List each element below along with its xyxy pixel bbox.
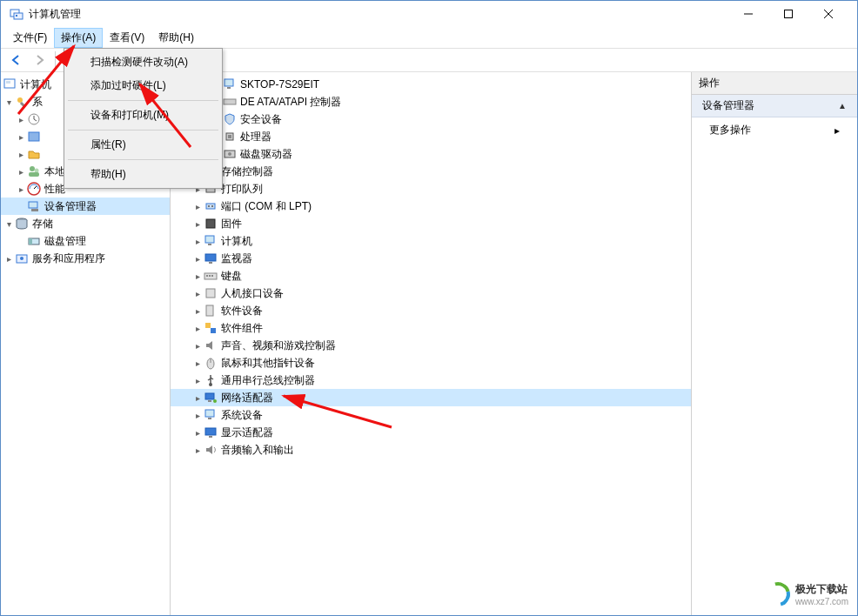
expander-icon[interactable]: ▸	[191, 218, 204, 230]
device-display[interactable]: ▸显示适配器	[171, 424, 691, 441]
tree-item-services[interactable]: ▸ 服务和应用程序	[1, 250, 170, 267]
expander-icon[interactable]: ▸	[191, 426, 204, 439]
expander-icon[interactable]: ▸	[191, 235, 204, 247]
expander-icon[interactable]: ▸	[191, 200, 204, 212]
tree-label: DE ATA/ATAPI 控制器	[240, 95, 341, 110]
close-button[interactable]	[808, 1, 848, 27]
device-ide[interactable]: DE ATA/ATAPI 控制器	[171, 93, 691, 110]
tree-label: 磁盘驱动器	[240, 147, 292, 162]
expander-icon[interactable]: ▸	[191, 252, 204, 264]
tree-label: 设备管理器	[44, 199, 97, 214]
tree-label: 端口 (COM 和 LPT)	[221, 199, 312, 214]
dd-add-legacy[interactable]: 添加过时硬件(L)	[66, 74, 220, 97]
expander-icon[interactable]: ▸	[191, 339, 204, 352]
tree-item-storage[interactable]: ▾ 存储	[1, 215, 170, 232]
svg-rect-49	[206, 305, 213, 316]
expander-icon[interactable]: ▸	[191, 322, 204, 334]
expander-icon[interactable]: ▸	[3, 252, 15, 264]
device-storage-ctrl[interactable]: ▸存储控制器	[171, 163, 691, 180]
tree-label: 固件	[221, 217, 242, 231]
device-firmware[interactable]: ▸固件	[171, 215, 691, 232]
device-security[interactable]: 安全设备	[171, 110, 691, 128]
right-item-more-actions[interactable]: 更多操作 ▸	[692, 117, 857, 143]
dd-separator	[68, 130, 218, 131]
device-usb[interactable]: ▸通用串行总线控制器	[171, 372, 691, 389]
device-monitor[interactable]: ▸监视器	[171, 250, 691, 267]
expander-icon[interactable]: ▸	[15, 165, 27, 177]
forward-button[interactable]	[29, 50, 50, 70]
expander-icon[interactable]: ▸	[191, 357, 204, 369]
menu-view[interactable]: 查看(V)	[103, 28, 151, 48]
tree-label: 性能	[44, 182, 65, 197]
collapse-icon: ▲	[838, 101, 847, 110]
device-disk-drives[interactable]: 磁盘驱动器	[171, 145, 691, 163]
expander-icon[interactable]: ▸	[191, 374, 204, 386]
device-hid[interactable]: ▸人机接口设备	[171, 285, 691, 302]
device-ports[interactable]: ▸端口 (COM 和 LPT)	[171, 198, 691, 215]
expander-icon[interactable]: ▸	[15, 148, 27, 160]
audio-icon	[204, 443, 218, 457]
dd-scan-hardware[interactable]: 扫描检测硬件改动(A)	[66, 50, 220, 74]
device-processor[interactable]: 处理器	[171, 128, 691, 145]
svg-rect-25	[225, 79, 233, 86]
network-icon	[204, 391, 218, 405]
back-button[interactable]	[6, 50, 27, 70]
software-comp-icon	[204, 321, 218, 335]
device-print-queue[interactable]: ▸打印队列	[171, 180, 691, 198]
svg-rect-22	[29, 238, 32, 244]
computer-mgmt-icon	[3, 77, 17, 91]
menu-file[interactable]: 文件(F)	[6, 28, 54, 48]
schedule-icon	[27, 112, 41, 126]
device-sound[interactable]: ▸声音、视频和游戏控制器	[171, 337, 691, 354]
performance-icon	[27, 182, 41, 196]
tree-item-device-manager[interactable]: ▸ 设备管理器	[1, 198, 170, 215]
tree-label: 显示适配器	[221, 425, 273, 440]
device-keyboard[interactable]: ▸键盘	[171, 267, 691, 285]
svg-rect-26	[227, 87, 231, 89]
minimize-button[interactable]	[728, 1, 768, 27]
device-system-dev[interactable]: ▸系统设备	[171, 406, 691, 424]
dd-devices-printers[interactable]: 设备和打印机(M)	[66, 104, 220, 127]
expander-icon[interactable]: ▸	[191, 444, 204, 456]
expander-icon[interactable]: ▸	[191, 392, 204, 404]
expander-icon[interactable]: ▾	[3, 96, 15, 108]
dd-properties[interactable]: 属性(R)	[66, 133, 220, 157]
expander-icon[interactable]: ▸	[15, 113, 27, 125]
expander-icon[interactable]: ▸	[15, 183, 27, 195]
mouse-icon	[204, 356, 218, 370]
svg-rect-61	[209, 436, 212, 438]
menu-action[interactable]: 操作(A)	[54, 28, 103, 48]
right-section-device-mgr[interactable]: 设备管理器 ▲	[692, 95, 857, 117]
tree-label: 音频输入和输出	[221, 443, 294, 458]
maximize-button[interactable]	[768, 1, 808, 27]
svg-rect-41	[208, 244, 211, 245]
tree-item-disk-mgmt[interactable]: ▸ 磁盘管理	[1, 232, 170, 250]
window-title: 计算机管理	[29, 7, 728, 22]
tree-label: 鼠标和其他指针设备	[221, 356, 315, 371]
svg-point-54	[209, 383, 212, 386]
tree-label: 软件设备	[221, 304, 263, 318]
svg-rect-42	[205, 254, 216, 261]
device-computer[interactable]: ▸计算机	[171, 232, 691, 250]
expander-icon[interactable]: ▸	[191, 270, 204, 282]
svg-rect-48	[206, 289, 215, 298]
expander-icon[interactable]: ▸	[191, 305, 204, 317]
window-controls	[728, 1, 848, 27]
watermark-brand: 极光下载站	[795, 582, 848, 597]
expander-icon[interactable]: ▸	[15, 131, 27, 143]
dd-help[interactable]: 帮助(H)	[66, 163, 220, 186]
shared-folder-icon	[27, 147, 41, 161]
pc-icon	[223, 77, 237, 91]
device-mouse[interactable]: ▸鼠标和其他指针设备	[171, 354, 691, 372]
expander-icon[interactable]: ▾	[3, 218, 15, 230]
hid-icon	[204, 286, 218, 300]
device-software-comp[interactable]: ▸软件组件	[171, 319, 691, 337]
expander-icon[interactable]: ▸	[191, 409, 204, 421]
device-network[interactable]: ▸网络适配器	[171, 389, 691, 406]
device-software-dev[interactable]: ▸软件设备	[171, 302, 691, 319]
svg-rect-39	[206, 219, 215, 228]
menu-help[interactable]: 帮助(H)	[151, 28, 201, 48]
device-root[interactable]: SKTOP-7S29EIT	[171, 76, 691, 93]
device-audio-io[interactable]: ▸音频输入和输出	[171, 441, 691, 459]
expander-icon[interactable]: ▸	[191, 287, 204, 299]
